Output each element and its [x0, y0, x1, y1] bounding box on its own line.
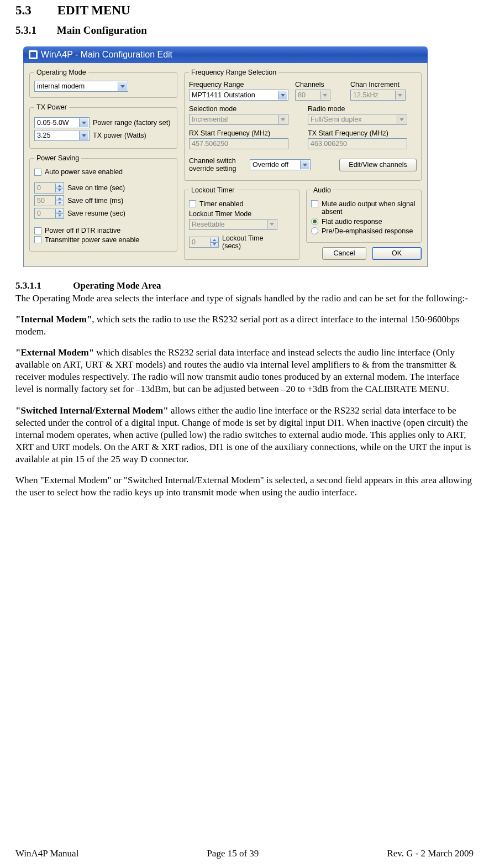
- term-external-modem: "External Modem": [15, 347, 94, 358]
- chevron-down-icon: [278, 115, 287, 124]
- save-resume-value: 0: [37, 210, 41, 217]
- freq-range-value: MPT1411 Outstation: [192, 91, 255, 99]
- section-title: EDIT MENU: [57, 3, 130, 17]
- paragraph: "Switched Internal/External Modem" allow…: [15, 405, 474, 466]
- save-resume-spinner[interactable]: 0: [34, 208, 64, 219]
- radio-mode-label: Radio mode: [308, 105, 417, 113]
- tx-power-group: TX Power 0.05-5.0W Power range (factory …: [29, 103, 177, 149]
- footer-right: Rev. G - 2 March 2009: [387, 848, 474, 859]
- dtr-label: Power off if DTR inactive: [45, 227, 120, 234]
- save-off-label: Save off time (ms): [67, 197, 123, 205]
- footer-center: Page 15 of 39: [207, 848, 259, 859]
- chan-switch-combo[interactable]: Override off: [250, 159, 311, 170]
- timer-enabled-label: Timer enabled: [199, 200, 243, 208]
- dialog-screenshot: WinA4P - Main Configuration Edit Operati…: [23, 46, 474, 267]
- operating-mode-value: internal modem: [37, 82, 85, 90]
- freq-range-group: Frequency Range Selection Frequency Rang…: [184, 69, 422, 181]
- channels-value: 80: [298, 91, 306, 99]
- left-column: Operating Mode internal modem TX Power 0…: [29, 69, 177, 260]
- rx-start-input[interactable]: 457.506250: [189, 138, 288, 149]
- main-config-dialog: WinA4P - Main Configuration Edit Operati…: [23, 46, 428, 267]
- radio-mode-value: Full/Semi duplex: [311, 116, 361, 123]
- lockout-timer-legend: Lockout Timer: [189, 186, 237, 194]
- dialog-title: WinA4P - Main Configuration Edit: [41, 50, 172, 60]
- body-text: When "External Modem" or "Switched Inter…: [15, 475, 472, 498]
- edit-view-channels-label: Edit/View channels: [349, 161, 407, 169]
- dtr-checkbox[interactable]: [34, 227, 41, 234]
- chevron-down-icon: [300, 160, 309, 169]
- chevron-down-icon: [320, 91, 329, 100]
- mute-audio-label: Mute audio output when signal absent: [322, 200, 417, 216]
- lockout-time-label: Lockout Time (secs): [222, 234, 266, 250]
- tx-start-input[interactable]: 463.006250: [308, 138, 407, 149]
- ok-label: OK: [392, 249, 402, 257]
- lockout-time-spinner[interactable]: 0: [189, 237, 219, 248]
- chan-incr-combo[interactable]: 12.5kHz: [350, 90, 406, 101]
- edit-view-channels-button[interactable]: Edit/View channels: [339, 159, 417, 171]
- app-icon: [29, 50, 38, 59]
- chevron-down-icon: [79, 131, 88, 140]
- auto-save-checkbox[interactable]: [34, 169, 41, 176]
- chevron-down-icon: [267, 220, 276, 229]
- operating-mode-group: Operating Mode internal modem: [29, 69, 177, 98]
- chan-incr-label: Chan Increment: [350, 81, 417, 88]
- sel-mode-value: Incremental: [192, 116, 228, 123]
- freq-range-combo[interactable]: MPT1411 Outstation: [189, 90, 288, 101]
- subsub-title: Operating Mode Area: [73, 280, 161, 291]
- section-number: 5.3: [15, 3, 54, 18]
- lockout-time-value: 0: [192, 238, 196, 246]
- lockout-mode-value: Resettable: [192, 221, 225, 228]
- chevron-down-icon: [397, 115, 406, 124]
- dialog-body: Operating Mode internal modem TX Power 0…: [23, 63, 428, 267]
- term-switched-modem: "Switched Internal/External Modem": [15, 405, 169, 416]
- save-on-value: 0: [37, 184, 41, 192]
- channels-combo[interactable]: 80: [295, 90, 330, 101]
- tx-start-value: 463.006250: [311, 140, 347, 148]
- tx-watts-label: TX power (Watts): [93, 132, 146, 139]
- save-on-label: Save on time (sec): [67, 184, 125, 192]
- paragraph: "Internal Modem", which sets the radio t…: [15, 313, 474, 338]
- channels-label: Channels: [295, 81, 345, 88]
- radio-mode-combo[interactable]: Full/Semi duplex: [308, 114, 407, 125]
- save-off-spinner[interactable]: 50: [34, 195, 64, 206]
- sel-mode-combo[interactable]: Incremental: [189, 114, 288, 125]
- lockout-timer-group: Lockout Timer Timer enabled Lockout Time…: [184, 186, 299, 260]
- page-footer: WinA4P Manual Page 15 of 39 Rev. G - 2 M…: [0, 848, 489, 868]
- sel-mode-label: Selection mode: [189, 105, 298, 113]
- chevron-down-icon: [395, 91, 404, 100]
- paragraph: "External Modem" which disables the RS23…: [15, 347, 474, 395]
- timer-enabled-checkbox[interactable]: [189, 200, 196, 207]
- tx-start-label: TX Start Frequency (MHz): [308, 129, 417, 137]
- body-text: The Operating Mode area selects the inte…: [15, 293, 468, 304]
- ok-button[interactable]: OK: [372, 247, 422, 260]
- power-range-combo[interactable]: 0.05-5.0W: [34, 117, 90, 128]
- cancel-button[interactable]: Cancel: [322, 247, 366, 260]
- tx-watts-combo[interactable]: 3.25: [34, 130, 90, 141]
- power-range-value: 0.05-5.0W: [37, 119, 69, 127]
- audio-group: Audio Mute audio output when signal abse…: [306, 186, 422, 243]
- pre-de-emph-radio[interactable]: [311, 227, 318, 234]
- flat-audio-radio[interactable]: [311, 218, 318, 225]
- right-column: Frequency Range Selection Frequency Rang…: [184, 69, 422, 260]
- subsection-heading: 5.3.1 Main Configuration: [15, 24, 474, 36]
- operating-mode-combo[interactable]: internal modem: [34, 81, 128, 92]
- lockout-mode-combo[interactable]: Resettable: [189, 219, 277, 230]
- power-saving-legend: Power Saving: [34, 154, 81, 162]
- rx-start-label: RX Start Frequency (MHz): [189, 129, 298, 137]
- titlebar: WinA4P - Main Configuration Edit: [23, 46, 428, 63]
- chan-switch-label: Channel switch override setting: [189, 157, 244, 173]
- paragraph: The Operating Mode area selects the inte…: [15, 292, 474, 305]
- rx-start-value: 457.506250: [192, 140, 228, 148]
- pre-de-emph-label: Pre/De-emphasised response: [322, 227, 413, 235]
- chan-switch-value: Override off: [253, 161, 288, 169]
- subsub-number: 5.3.1.1: [15, 280, 71, 291]
- tx-watts-value: 3.25: [37, 132, 50, 139]
- save-resume-label: Save resume (sec): [67, 210, 125, 217]
- mute-audio-checkbox[interactable]: [311, 200, 318, 207]
- save-on-spinner[interactable]: 0: [34, 182, 64, 194]
- subsubsection-heading: 5.3.1.1 Operating Mode Area: [15, 280, 474, 291]
- chevron-down-icon: [79, 118, 88, 127]
- flat-audio-label: Flat audio response: [322, 218, 382, 226]
- tx-save-label: Transmitter power save enable: [45, 236, 139, 244]
- tx-save-checkbox[interactable]: [34, 236, 41, 243]
